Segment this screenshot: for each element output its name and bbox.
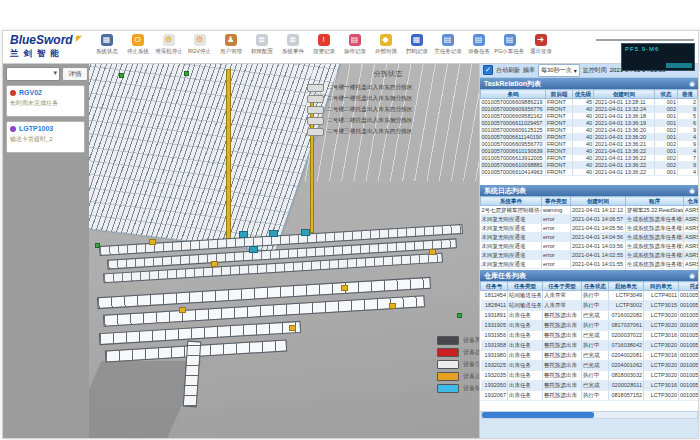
legend-label: 设备锁定 (463, 384, 479, 393)
toolbar-external-interface[interactable]: ◆外部对接 (370, 34, 401, 56)
sort-area-checkbox[interactable] (307, 117, 324, 125)
table-row[interactable]: 1931980出库任务整托拣选出库已完成0204002081LCTP301600… (481, 351, 700, 361)
table-row[interactable]: 00100570006611140190FRONT402021-04-01 13… (481, 134, 700, 141)
panel-collapse-icon[interactable]: ◉ (689, 270, 695, 281)
device-status-icon (10, 90, 16, 96)
column-header[interactable]: 前后端 (546, 90, 573, 99)
sort-area-checkbox[interactable] (307, 128, 324, 136)
column-header[interactable]: 创建时间 (594, 90, 655, 99)
table-row[interactable]: 00100570006610098881FRONT402021-04-01 13… (481, 162, 700, 169)
table-row[interactable]: 1828411站间输送任务入库异常执行中LCTP3002LCTP30150010… (481, 301, 700, 311)
column-header[interactable]: 托盘号 (679, 282, 700, 291)
mini-monitor-bar (666, 63, 692, 68)
table-row[interactable]: 1932035出库任务整托拣选出库执行中0818003032LCTP302000… (481, 371, 700, 381)
sort-area-item[interactable]: 二号楼二楼托盘出入库东侧分拣区 (307, 115, 469, 126)
toolbar-main-task-records[interactable]: ▤主任务记录 (432, 34, 463, 56)
table-row[interactable]: 2号七层穿梭车控制模块-平滑升级warning2021-04-01 14:12:… (481, 206, 700, 215)
sort-area-item[interactable]: 二号楼二楼托盘出入库东西分拣区 (307, 104, 469, 115)
toolbar-rgv-stop[interactable]: ⚙RGV停止 (184, 34, 215, 56)
mini-monitor-tile[interactable]: PF5.9-M6 (621, 43, 695, 71)
sort-area-item[interactable]: 二号楼一楼托盘出入库东侧分拣区 (307, 93, 469, 104)
table-row[interactable]: 1931958出库任务整托拣选出库执行中0716038042LCTP302000… (481, 341, 700, 351)
table-row[interactable]: 1931905出库任务整托拣选出库执行中0817037061LCTP302000… (481, 321, 700, 331)
table-cell: LCTP3020 (644, 321, 679, 331)
auto-refresh-checkbox[interactable]: ✓ (483, 65, 493, 75)
column-header[interactable]: 任务子类型 (543, 282, 582, 291)
panel-collapse-icon[interactable]: ◉ (689, 185, 695, 196)
table-row[interactable]: 00100570006609125125FRONT402021-04-01 13… (481, 127, 700, 134)
table-cell: 整托拣选出库 (543, 351, 582, 361)
frequency-select[interactable]: 每30秒一次 ▾ (538, 64, 580, 77)
table-cell: 2021-04-01 14:01:55 (571, 260, 626, 269)
toolbar-logout[interactable]: ➔退出登录 (525, 34, 556, 56)
table-row[interactable]: 未回复无响应通道error2021-04-01 14:02:55生成系统拣选库任… (481, 251, 700, 260)
table-row[interactable]: 00100570006610414963FRONT402021-04-01 13… (481, 169, 700, 176)
table-cell: 已完成 (582, 381, 609, 391)
scrollbar-thumb[interactable] (482, 412, 594, 418)
column-header[interactable]: 程序 (626, 197, 684, 206)
column-header[interactable]: 楼层 (698, 90, 700, 99)
sort-area-checkbox[interactable] (307, 95, 324, 103)
system-log-table: 系统事件事件类型创建时间程序仓库编码2号七层穿梭车控制模块-平滑升级warnin… (480, 196, 699, 269)
table-row[interactable]: 未回复无响应通道error2021-04-01 14:03:56生成系统拣选库任… (481, 242, 700, 251)
column-header[interactable]: 状态 (655, 90, 678, 99)
horizontal-scrollbar[interactable] (481, 411, 698, 419)
table-row[interactable]: 未回复无响应通道error2021-04-01 14:05:56生成系统拣选库任… (481, 224, 700, 233)
warehouse-3d-view[interactable]: 分拣状态 二号楼一楼托盘出入库东西分拣区二号楼一楼托盘出入库东侧分拣区二号楼二楼… (89, 63, 479, 438)
table-row[interactable]: 00100570006609886219FRONT452021-04-01 13… (481, 99, 700, 106)
device-filter-select[interactable]: ▾ (6, 67, 60, 81)
column-header[interactable]: 任务状态 (582, 282, 609, 291)
column-header[interactable]: 创建时间 (571, 197, 626, 206)
table-row[interactable]: 1931956出库任务整托拣选出库已完成0200037022LCTP301600… (481, 331, 700, 341)
toolbar-operation-records[interactable]: ▤操作记录 (339, 34, 370, 56)
table-row[interactable]: 1931891出库任务整托拣选出库已完成0716002082LCTP302000… (481, 311, 700, 321)
table-row[interactable]: 00100570006610190639FRONT402021-04-01 13… (481, 148, 700, 155)
table-cell: 0817037061 (609, 321, 644, 331)
table-cell: 2021-04-01 13:36:20 (594, 127, 655, 134)
toolbar-pg-cart-tasks[interactable]: ▤PG小车任务 (494, 34, 525, 56)
toolbar-device-tasks[interactable]: ▤设备任务 (463, 34, 494, 56)
column-header[interactable]: 任务号 (481, 282, 508, 291)
toolbar-stop-system[interactable]: O停止系统 (122, 34, 153, 56)
table-row[interactable]: 1932025出库任务整托拣选出库已完成0204001062LCTP302000… (481, 361, 700, 371)
alarm-card-lgtp1003[interactable]: LGTP1003输送卡货超时_2 (6, 121, 85, 153)
alarm-card-rgv02[interactable]: RGV02长时间未完成任务 (6, 85, 85, 117)
detail-button[interactable]: 详情 (62, 67, 88, 81)
table-row[interactable]: 1932067出库任务整托拣选出库执行中0818057152LCTP302000… (481, 391, 700, 401)
table-row[interactable]: 1812454站间输送任务入库异常执行中LCTP3049LCTP40110010… (481, 291, 700, 301)
table-row[interactable]: 未回复无响应通道error2021-04-01 14:01:55生成系统拣选库任… (481, 260, 700, 269)
sort-area-checkbox[interactable] (307, 106, 324, 114)
column-header[interactable]: 系统事件 (481, 197, 542, 206)
column-header[interactable]: 任务类型 (508, 282, 543, 291)
column-header[interactable]: 条码 (481, 90, 546, 99)
table-cell: 0818057152 (609, 391, 644, 401)
toolbar-scan-records[interactable]: ▦扫码记录 (401, 34, 432, 56)
toolbar-system-events[interactable]: ≣系统事件 (277, 34, 308, 56)
panel-collapse-icon[interactable]: ◉ (689, 78, 695, 89)
sort-area-checkbox[interactable] (307, 84, 324, 92)
legend-item: 设备空闲 (437, 358, 479, 370)
table-row[interactable]: 00100570006609556770FRONT402021-04-01 13… (481, 141, 700, 148)
sort-area-item[interactable]: 二号楼一楼托盘出入库东西分拣区 (307, 82, 469, 93)
table-row[interactable]: 未回复无响应通道error2021-04-01 14:06:57生成系统拣选库任… (481, 215, 700, 224)
column-header[interactable]: 巷道 (678, 90, 698, 99)
toolbar-stacker-stop[interactable]: ⚙堆垛机停止 (153, 34, 184, 56)
toolbar-permission-config[interactable]: ≣权限配置 (246, 34, 277, 56)
device-status-icon (10, 126, 16, 132)
toolbar-user-management[interactable]: ♟用户管理 (215, 34, 246, 56)
table-row[interactable]: 00100570006611029457FRONT402021-04-01 13… (481, 120, 700, 127)
table-row[interactable]: 00100570006609356776FRONT402021-04-01 13… (481, 106, 700, 113)
column-header[interactable]: 起始单元 (609, 282, 644, 291)
table-row[interactable]: 1932050出库任务整托拣选出库已完成0200028011LCTP301600… (481, 381, 700, 391)
column-header[interactable]: 目的单元 (644, 282, 679, 291)
column-header[interactable]: 优先级 (573, 90, 594, 99)
column-header[interactable]: 事件类型 (542, 197, 571, 206)
table-row[interactable]: 00100570006613912005FRONT402021-04-01 13… (481, 155, 700, 162)
toolbar-alarm-records[interactable]: !报警记录 (308, 34, 339, 56)
table-row[interactable]: 00100570006609582162FRONT402021-04-01 13… (481, 113, 700, 120)
table-cell: 2021-04-01 14:06:57 (571, 215, 626, 224)
column-header[interactable]: 仓库编码 (684, 197, 700, 206)
table-row[interactable]: 未回复无响应通道error2021-04-01 14:04:56生成系统拣选库任… (481, 233, 700, 242)
sort-area-item[interactable]: 二号楼三楼托盘出入库东西分拣区 (307, 126, 469, 137)
toolbar-system-status[interactable]: ▦系统状态 (91, 34, 122, 56)
